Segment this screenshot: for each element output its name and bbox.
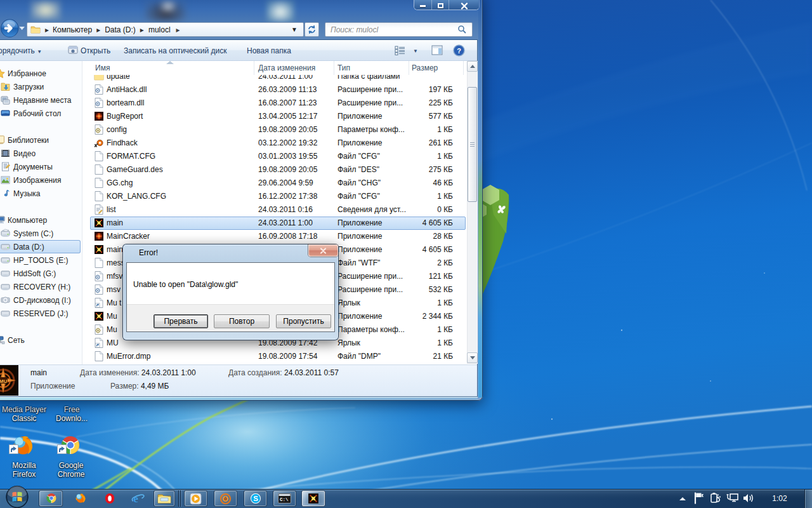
svg-text:S: S <box>253 495 258 502</box>
svg-text:e: e <box>133 493 138 505</box>
svg-text:MU: MU <box>0 378 7 384</box>
svg-text:?: ? <box>457 47 461 55</box>
svg-text:C:\: C:\ <box>280 497 289 502</box>
